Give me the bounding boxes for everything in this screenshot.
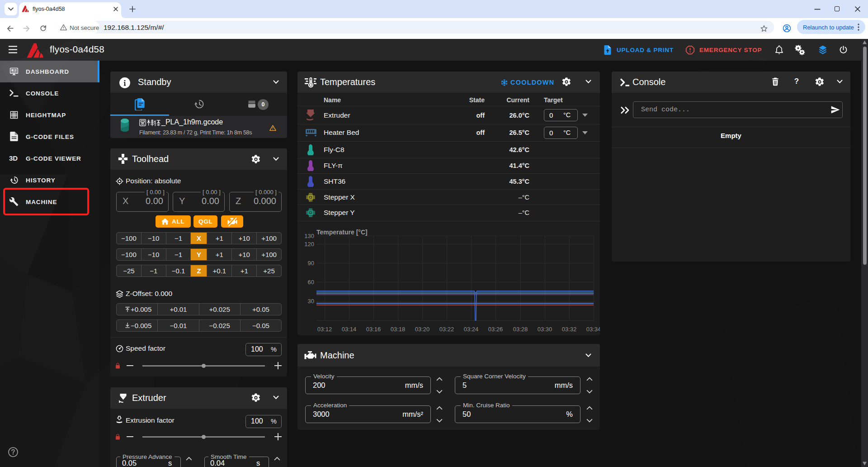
svg-text:03:24: 03:24 [464, 326, 479, 333]
svg-text:03:32: 03:32 [562, 326, 577, 333]
svg-text:03:20: 03:20 [415, 326, 430, 333]
svg-text:130: 130 [304, 233, 314, 239]
svg-text:03:18: 03:18 [391, 326, 406, 333]
svg-text:03:14: 03:14 [342, 326, 357, 333]
svg-text:120: 120 [304, 241, 314, 248]
svg-text:03:30: 03:30 [538, 326, 552, 333]
svg-text:Temperature [°C]: Temperature [°C] [316, 229, 368, 236]
svg-text:03:16: 03:16 [366, 326, 381, 333]
svg-text:03:34: 03:34 [586, 326, 600, 333]
svg-text:03:12: 03:12 [317, 326, 332, 333]
svg-text:03:22: 03:22 [439, 326, 454, 333]
svg-text:90: 90 [308, 260, 314, 267]
svg-text:03:28: 03:28 [513, 326, 528, 333]
svg-text:60: 60 [308, 279, 314, 286]
svg-text:03:26: 03:26 [488, 326, 503, 333]
svg-text:30: 30 [308, 298, 314, 305]
